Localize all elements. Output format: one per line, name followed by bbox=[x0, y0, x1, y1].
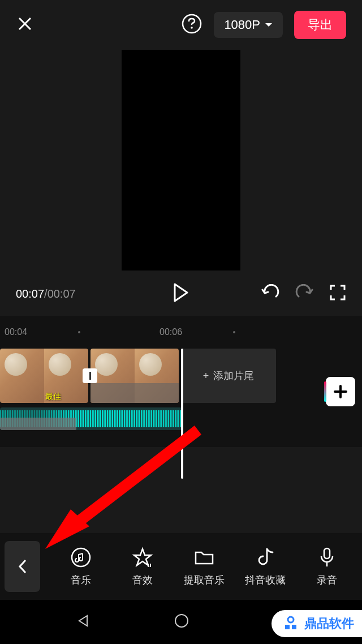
watermark-badge: 鼎品软件 bbox=[272, 610, 362, 637]
timeline-ruler: 00:04 00:06 bbox=[0, 323, 362, 349]
redo-button[interactable] bbox=[295, 284, 313, 303]
ruler-dot bbox=[233, 331, 235, 333]
resolution-label: 1080P bbox=[224, 18, 260, 32]
playhead[interactable] bbox=[181, 349, 183, 479]
export-button[interactable]: 导出 bbox=[294, 11, 346, 39]
play-button[interactable] bbox=[173, 283, 189, 304]
timeline-area: 00:04 00:06 最佳 + 添加片尾 bbox=[0, 316, 362, 447]
music-icon bbox=[70, 546, 92, 569]
preview-area bbox=[0, 50, 362, 276]
close-icon bbox=[16, 15, 34, 33]
total-time: 00:07 bbox=[48, 287, 76, 300]
add-clip-button[interactable] bbox=[326, 377, 355, 406]
close-button[interactable] bbox=[16, 15, 34, 35]
tool-label: 音效 bbox=[132, 573, 153, 587]
ruler-mark: 00:06 bbox=[160, 327, 182, 337]
folder-icon bbox=[193, 546, 215, 569]
tool-label: 抖音收藏 bbox=[245, 573, 286, 587]
audio-track[interactable] bbox=[0, 407, 182, 430]
tool-record[interactable]: 录音 bbox=[296, 546, 357, 587]
chevron-left-icon bbox=[18, 558, 28, 575]
clip-thumbnail bbox=[0, 349, 44, 403]
fullscreen-button[interactable] bbox=[329, 284, 346, 303]
bottom-toolbar: 音乐 音效 提取音乐 抖音收藏 bbox=[0, 533, 362, 600]
svg-rect-8 bbox=[292, 625, 296, 629]
svg-rect-7 bbox=[285, 625, 290, 629]
header-right: 1080P 导出 bbox=[181, 11, 346, 39]
fullscreen-icon bbox=[329, 284, 346, 301]
video-clip-1[interactable]: 最佳 bbox=[0, 349, 88, 403]
microphone-icon bbox=[318, 546, 335, 569]
tool-extract-music[interactable]: 提取音乐 bbox=[173, 546, 235, 587]
current-time: 00:07 bbox=[16, 287, 44, 300]
header: 1080P 导出 bbox=[0, 0, 362, 50]
svg-point-1 bbox=[191, 27, 193, 29]
watermark-text: 鼎品软件 bbox=[304, 615, 354, 632]
svg-point-4 bbox=[175, 615, 188, 627]
nav-back-button[interactable] bbox=[76, 613, 90, 630]
resolution-button[interactable]: 1080P bbox=[214, 12, 283, 38]
tool-music[interactable]: 音乐 bbox=[50, 546, 112, 587]
ruler-dot bbox=[78, 331, 80, 333]
video-preview[interactable] bbox=[122, 50, 240, 271]
douyin-icon bbox=[256, 546, 275, 569]
chevron-down-icon bbox=[265, 22, 273, 28]
circle-home-icon bbox=[174, 613, 189, 629]
add-ending-button[interactable]: + 添加片尾 bbox=[181, 349, 276, 403]
tool-douyin-favorites[interactable]: 抖音收藏 bbox=[235, 546, 296, 587]
audio-clip-label bbox=[0, 418, 76, 430]
undo-button[interactable] bbox=[261, 284, 279, 303]
video-clip-2[interactable] bbox=[90, 349, 179, 403]
back-button[interactable] bbox=[5, 541, 40, 592]
tool-effects[interactable]: 音效 bbox=[112, 546, 174, 587]
svg-point-6 bbox=[288, 617, 294, 622]
ruler-mark: 00:04 bbox=[5, 327, 27, 337]
playback-controls: 00:07/00:07 bbox=[0, 276, 362, 316]
star-icon bbox=[132, 546, 153, 569]
watermark-logo-icon bbox=[282, 615, 300, 633]
tracks: 最佳 + 添加片尾 bbox=[0, 349, 362, 447]
help-button[interactable] bbox=[181, 13, 202, 37]
clip-thumbnail bbox=[135, 349, 179, 403]
plus-icon bbox=[333, 384, 348, 400]
control-group bbox=[261, 284, 346, 303]
nav-home-button[interactable] bbox=[174, 613, 189, 631]
redo-icon bbox=[295, 284, 313, 301]
tool-label: 音乐 bbox=[71, 573, 91, 587]
undo-icon bbox=[261, 284, 279, 301]
tool-label: 提取音乐 bbox=[184, 573, 225, 587]
time-display: 00:07/00:07 bbox=[16, 287, 101, 300]
play-icon bbox=[173, 283, 189, 302]
triangle-back-icon bbox=[76, 613, 90, 628]
plus-icon: + bbox=[203, 370, 209, 382]
tool-label: 录音 bbox=[317, 573, 337, 587]
svg-rect-3 bbox=[324, 548, 330, 559]
transition-marker[interactable] bbox=[83, 368, 97, 383]
help-icon bbox=[181, 13, 202, 35]
clip-thumbnail: 最佳 bbox=[44, 349, 88, 403]
